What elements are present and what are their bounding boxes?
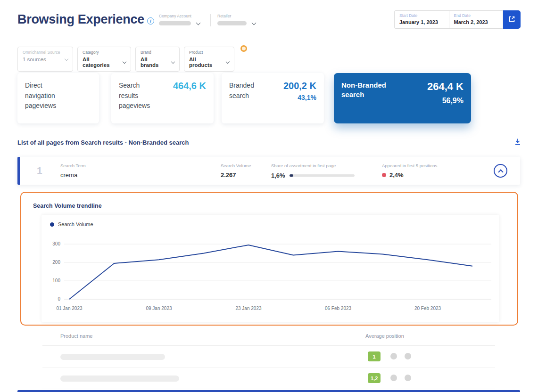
company-account-value-redacted [159, 21, 191, 25]
svg-text:23 Jan 2023: 23 Jan 2023 [235, 306, 261, 311]
chevron-up-icon [498, 169, 503, 174]
collapse-row-button[interactable] [494, 164, 507, 178]
svg-text:09 Jan 2023: 09 Jan 2023 [146, 306, 172, 311]
share-label: Share of assortment in first page [271, 163, 355, 168]
appeared-value: 2,4% [389, 172, 404, 179]
section-title: List of all pages from Search results - … [17, 139, 189, 146]
legend-dot-icon [50, 222, 54, 227]
kpi-card-branded-search[interactable]: Branded search 200,2 K 43,1% [222, 73, 324, 123]
brand-filter[interactable]: Brand All brands [135, 47, 180, 72]
end-date-field[interactable]: End Date March 2, 2023 [449, 11, 503, 28]
svg-text:0: 0 [58, 296, 60, 302]
kpi-value: 264,4 K [427, 81, 464, 93]
header-rule [0, 36, 538, 36]
retailer-value-redacted [217, 21, 247, 25]
search-term-value: crema [60, 172, 86, 179]
kpi-card-non-branded-search-active[interactable]: Non-Branded search 264,4 K 56,9% [334, 73, 471, 123]
page-title: Browsing Experience [17, 12, 144, 27]
position-badge: 1 [368, 351, 381, 361]
filter-value: All categories [83, 57, 116, 68]
info-icon[interactable] [147, 17, 154, 24]
filter-label: Product [189, 50, 229, 55]
column-header-average-position: Average position [365, 333, 404, 339]
filter-value: 1 sources [23, 57, 46, 62]
legend-label: Search Volume [58, 221, 93, 227]
start-date-label: Start Date [399, 13, 444, 18]
share-value: 1,6% [271, 172, 285, 179]
trendline-chart-card: Search Volume 010020030001 Jan 202309 Ja… [41, 215, 499, 322]
next-row-top-edge [17, 390, 520, 392]
product-name-redacted [60, 376, 179, 382]
company-account-label: Company Account [159, 14, 200, 18]
export-icon [508, 15, 516, 24]
end-date-label: End Date [454, 13, 498, 18]
svg-text:01 Jan 2023: 01 Jan 2023 [56, 306, 82, 311]
kpi-title: Branded search [229, 81, 265, 116]
svg-text:200: 200 [52, 260, 60, 265]
chevron-down-icon [123, 60, 126, 64]
kpi-title: Search results pageviews [119, 81, 157, 116]
chevron-down-icon [65, 57, 68, 61]
svg-text:06 Feb 2023: 06 Feb 2023 [325, 306, 352, 311]
trendline-title: Search Volume trendline [33, 203, 102, 209]
kpi-title: Non-Branded search [341, 81, 398, 116]
product-name-redacted [60, 354, 165, 360]
svg-text:100: 100 [52, 278, 60, 283]
omnichannel-source-filter[interactable]: Omnichannel Source 1 sources [17, 47, 73, 72]
legend-item-search-volume[interactable]: Search Volume [50, 221, 93, 227]
retailer-label: Retailer [217, 14, 256, 18]
search-volume-value: 2.267 [221, 172, 251, 179]
company-account-select[interactable]: Company Account [159, 14, 200, 25]
kpi-share: 56,9% [442, 97, 464, 105]
header-divider [210, 14, 211, 26]
filter-value: All products [189, 57, 220, 68]
date-range-picker: Start Date January 1, 2023 End Date Marc… [394, 10, 503, 29]
filter-value: All brands [141, 57, 165, 68]
position-indicator-dot [405, 353, 411, 359]
chevron-down-icon [226, 60, 230, 64]
download-button[interactable] [513, 138, 522, 147]
download-icon [514, 140, 521, 147]
product-filter[interactable]: Product All products [184, 47, 234, 72]
filter-label: Category [83, 50, 126, 55]
share-progress-bar [290, 174, 355, 177]
position-badge: 1,2 [368, 373, 381, 383]
chevron-down-icon [171, 60, 175, 64]
start-date-value: January 1, 2023 [399, 19, 444, 25]
export-report-button[interactable] [503, 10, 521, 29]
kpi-value: 200,2 K [283, 81, 316, 91]
chevron-down-icon [196, 20, 201, 25]
product-row[interactable]: 1 [42, 346, 495, 368]
svg-text:20 Feb 2023: 20 Feb 2023 [414, 306, 441, 311]
filter-bar: Omnichannel Source 1 sources Category Al… [17, 47, 234, 72]
red-status-dot-icon [382, 173, 386, 177]
position-indicator-dot [390, 375, 397, 381]
product-table: Product name Average position 1 1,2 [42, 330, 495, 389]
position-indicator-dot [390, 353, 397, 359]
position-indicator-dot [405, 375, 411, 381]
share-progress-fill [290, 174, 293, 177]
svg-text:300: 300 [52, 241, 60, 246]
trendline-panel: Search Volume trendline Search Volume 01… [20, 192, 518, 326]
filter-label: Omnichannel Source [23, 50, 68, 55]
product-row[interactable]: 1,2 [42, 368, 495, 389]
search-term-row[interactable]: 1 Search Term crema Search Volume 2.267 … [17, 157, 520, 185]
search-term-label: Search Term [60, 163, 86, 168]
product-table-header: Product name Average position [42, 330, 495, 346]
chevron-down-icon [252, 20, 257, 25]
retailer-select[interactable]: Retailer [217, 14, 256, 25]
category-filter[interactable]: Category All categories [77, 47, 131, 72]
search-volume-label: Search Volume [221, 163, 251, 168]
kpi-title: Direct navigation pageviews [25, 81, 70, 111]
column-header-product-name: Product name [60, 333, 92, 339]
trendline-chart-svg: 010020030001 Jan 202309 Jan 202323 Jan 2… [46, 236, 494, 317]
kpi-value: 464,6 K [173, 81, 206, 116]
kpi-card-search-results[interactable]: Search results pageviews 464,6 K [111, 73, 214, 123]
appeared-label: Appeared in first 5 positions [382, 163, 437, 168]
end-date-value: March 2, 2023 [454, 19, 498, 25]
row-rank: 1 [37, 165, 42, 176]
kpi-card-direct-navigation[interactable]: Direct navigation pageviews [17, 73, 99, 123]
browsing-experience-page: Browsing Experience Company Account Reta… [0, 0, 538, 392]
kpi-share: 43,1% [298, 94, 316, 101]
start-date-field[interactable]: Start Date January 1, 2023 [395, 11, 449, 28]
